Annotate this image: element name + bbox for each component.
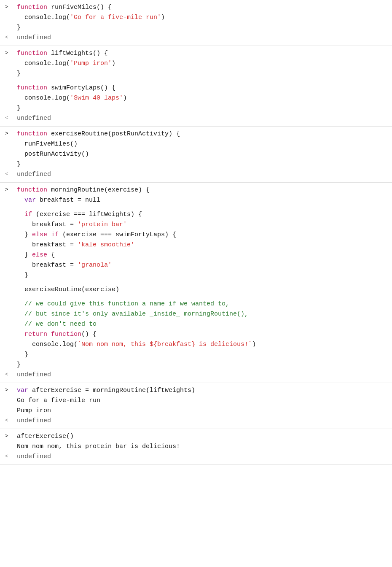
- input-prompt: >: [5, 129, 17, 138]
- empty-prompt: [5, 69, 17, 69]
- output-text: undefined: [17, 33, 387, 43]
- empty-prompt: [5, 59, 17, 59]
- code-line: function swimFortyLaps() {: [0, 83, 392, 93]
- empty-prompt: [5, 319, 17, 320]
- output-text: undefined: [17, 170, 387, 179]
- code-text: function runFiveMiles() {: [17, 3, 387, 12]
- empty-prompt: [5, 103, 17, 104]
- log-text: Nom nom nom, this protein bar is delicio…: [17, 442, 387, 451]
- log-text: Pump iron: [17, 406, 387, 416]
- output-line: < undefined: [0, 452, 392, 462]
- code-line: }: [0, 270, 392, 281]
- empty-prompt: [5, 406, 17, 406]
- empty-prompt: [5, 220, 17, 220]
- output-text: undefined: [17, 452, 387, 462]
- log-text: Go for a five-mile run: [17, 396, 387, 405]
- code-line: } else if (exercise === swimFortyLaps) {: [0, 230, 392, 240]
- empty-prompt: [5, 195, 17, 196]
- code-text: }: [17, 23, 387, 32]
- empty-prompt: [5, 93, 17, 94]
- output-line: < undefined: [0, 416, 392, 426]
- empty-prompt: [5, 240, 17, 240]
- code-line: > var afterExercise = morningRoutine(lif…: [0, 386, 392, 396]
- code-text: // but since it's only available _inside…: [17, 309, 387, 319]
- code-text: } else {: [17, 250, 387, 260]
- empty-line: [0, 281, 392, 285]
- code-text: }: [17, 69, 387, 78]
- code-text: postRunActivity(): [17, 149, 387, 159]
- code-text: var breakfast = null: [17, 195, 387, 205]
- empty-prompt: [5, 270, 17, 271]
- block-lift-swim: > function liftWeights() { console.log('…: [0, 46, 392, 127]
- code-line: > function exerciseRoutine(postRunActivi…: [0, 129, 392, 139]
- code-text: console.log('Swim 40 laps'): [17, 93, 387, 103]
- input-prompt: >: [5, 432, 17, 440]
- empty-prompt: [5, 159, 17, 160]
- code-text: breakfast = 'granola': [17, 260, 387, 270]
- code-line: postRunActivity(): [0, 149, 392, 159]
- output-log-line: Nom nom nom, this protein bar is delicio…: [0, 442, 392, 452]
- code-text: runFiveMiles(): [17, 139, 387, 149]
- output-log-line: Go for a five-mile run: [0, 396, 392, 406]
- block-run-five-miles: > function runFiveMiles() { console.log(…: [0, 0, 392, 46]
- code-text: }: [17, 270, 387, 280]
- empty-line: [0, 79, 392, 83]
- empty-prompt: [5, 13, 17, 13]
- code-line: if (exercise === liftWeights) {: [0, 210, 392, 220]
- empty-prompt: [5, 299, 17, 300]
- input-prompt: >: [5, 185, 17, 194]
- code-line: }: [0, 350, 392, 360]
- code-text: console.log('Go for a five-mile run'): [17, 13, 387, 22]
- code-line: console.log('Go for a five-mile run'): [0, 13, 392, 23]
- code-line: > function runFiveMiles() {: [0, 3, 392, 13]
- code-text: console.log(`Nom nom nom, this ${breakfa…: [17, 340, 387, 349]
- input-prompt: >: [5, 386, 17, 394]
- code-text: // we could give this function a name if…: [17, 299, 387, 309]
- code-text: function swimFortyLaps() {: [17, 83, 387, 93]
- code-line: } else {: [0, 250, 392, 260]
- block-after-exercise-call: > afterExercise() Nom nom nom, this prot…: [0, 429, 392, 465]
- empty-prompt: [5, 210, 17, 210]
- code-line: // but since it's only available _inside…: [0, 309, 392, 319]
- empty-prompt: [5, 250, 17, 251]
- code-line: }: [0, 23, 392, 33]
- output-text: undefined: [17, 416, 387, 426]
- code-line: > afterExercise(): [0, 432, 392, 442]
- output-line: < undefined: [0, 170, 392, 180]
- output-log-line: Pump iron: [0, 406, 392, 416]
- code-line: breakfast = 'kale smoothie': [0, 240, 392, 250]
- block-after-exercise-assign: > var afterExercise = morningRoutine(lif…: [0, 383, 392, 429]
- code-line: exerciseRoutine(exercise): [0, 285, 392, 295]
- empty-prompt: [5, 260, 17, 261]
- empty-prompt: [5, 360, 17, 360]
- code-text: function liftWeights() {: [17, 49, 387, 58]
- empty-prompt: [5, 149, 17, 150]
- output-prompt: <: [5, 370, 17, 379]
- code-text: afterExercise(): [17, 432, 387, 441]
- console-panel: > function runFiveMiles() { console.log(…: [0, 0, 392, 465]
- code-text: } else if (exercise === swimFortyLaps) {: [17, 230, 387, 240]
- code-line: breakfast = 'protein bar': [0, 220, 392, 230]
- empty-line: [0, 295, 392, 299]
- code-line: > function liftWeights() {: [0, 49, 392, 59]
- empty-prompt: [5, 396, 17, 396]
- empty-prompt: [5, 340, 17, 340]
- output-line: < undefined: [0, 113, 392, 124]
- code-text: }: [17, 159, 387, 169]
- output-prompt: <: [5, 452, 17, 461]
- output-line: < undefined: [0, 370, 392, 380]
- output-text: undefined: [17, 113, 387, 123]
- code-line: }: [0, 69, 392, 79]
- code-line: }: [0, 159, 392, 170]
- code-text: return function() {: [17, 329, 387, 339]
- code-text: function morningRoutine(exercise) {: [17, 185, 387, 195]
- code-text: }: [17, 350, 387, 359]
- code-text: function exerciseRoutine(postRunActivity…: [17, 129, 387, 139]
- output-prompt: <: [5, 416, 17, 425]
- code-text: breakfast = 'protein bar': [17, 220, 387, 230]
- empty-prompt: [5, 83, 17, 84]
- empty-prompt: [5, 230, 17, 230]
- code-line: runFiveMiles(): [0, 139, 392, 149]
- block-morning-routine: > function morningRoutine(exercise) { va…: [0, 183, 392, 383]
- code-line: // we don't need to: [0, 319, 392, 329]
